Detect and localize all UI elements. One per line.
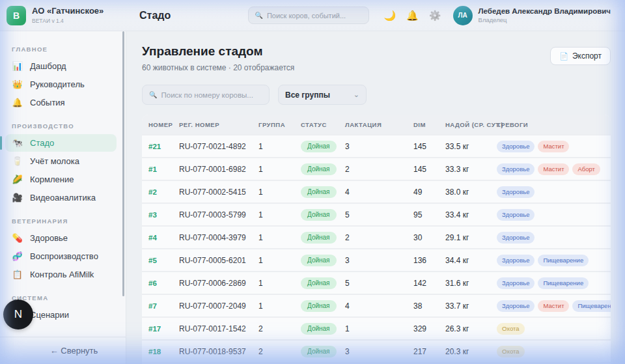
cow-reg-number: RU-077-0002-5415 [179,188,258,197]
sidebar-item-events[interactable]: 🔔 События [0,94,126,111]
col-group: ГРУППА [258,121,301,128]
sidebar-item-label: Здоровье [30,233,68,243]
alert-badges: Охота [497,346,611,357]
cow-yield: 33.5 кг [445,142,497,151]
sidebar-item-afimilk[interactable]: 📋 Контроль AfiMilk [0,266,126,283]
global-search-input[interactable] [267,12,363,20]
table-row[interactable]: #2 RU-077-0002-5415 1 Дойная 4 49 38.0 к… [142,180,611,203]
col-dim: DIM [413,121,445,128]
table-row[interactable]: #1 RU-077-0001-6982 1 Дойная 2 145 33.3 … [142,157,611,180]
user-role: Владелец [479,16,611,23]
brand-logo: В [7,6,26,25]
sidebar-item-label: Стадо [30,138,54,148]
cow-group: 1 [258,210,301,219]
sidebar-scrollbar[interactable] [122,31,124,296]
gear-icon[interactable]: ⚙️ [429,10,441,20]
chevron-down-icon: ⌄ [354,91,359,99]
sidebar-item-manager[interactable]: 👑 Руководитель [0,76,126,93]
status-badge: Дойная [301,346,337,357]
status-badge: Дойная [301,186,337,198]
cow-search-input[interactable] [161,91,262,99]
collapse-sidebar-button[interactable]: ← Свернуть [0,337,126,364]
sidebar-item-herd[interactable]: 🐄 Стадо [5,134,117,152]
sidebar-item-video[interactable]: 🎥 Видеоаналитика [0,189,126,206]
app-version: ВЕТАИ v 1.4 [32,18,104,24]
company-name: АО «Гатчинское» [32,7,104,16]
cow-reg-number: RU-077-0001-6982 [179,165,258,174]
cow-reg-number: RU-077-0021-4892 [179,142,258,151]
cow-number-link[interactable]: #4 [148,234,179,242]
cow-dim: 136 [413,256,445,265]
table-row[interactable]: #7 RU-077-0007-2049 1 Дойная 4 38 33.7 к… [142,294,611,316]
cow-number-link[interactable]: #3 [148,211,179,219]
sidebar-item-label: Руководитель [30,79,85,89]
alert-badge: Здоровье [497,232,535,244]
avatar[interactable]: ЛА [453,6,473,25]
moon-icon[interactable]: 🌙 [383,10,396,20]
cow-yield: 33.4 кг [445,210,497,219]
table-row[interactable]: #4 RU-077-0004-3979 1 Дойная 2 30 29.1 к… [142,225,611,248]
cow-lactation: 3 [345,256,413,265]
user-menu[interactable]: ЛА Лебедев Александр Владимирович Владел… [453,6,625,25]
table-row[interactable]: #5 RU-077-0005-6201 1 Дойная 3 136 34.4 … [142,248,611,271]
sidebar-item-dashboard[interactable]: 📊 Дашборд [0,57,126,75]
table-row[interactable]: #6 RU-077-0006-2869 1 Дойная 5 142 31.6 … [142,271,611,294]
table-row[interactable]: #3 RU-077-0003-5799 1 Дойная 5 95 33.4 к… [142,203,611,225]
dna-icon: 🧬 [12,251,23,261]
cow-lactation: 2 [345,165,413,174]
cow-reg-number: RU-077-0003-5799 [179,210,258,219]
cow-search[interactable]: 🔍 [142,85,270,105]
cow-number-link[interactable]: #18 [148,348,179,356]
pill-icon: 💊 [12,233,23,243]
col-status: СТАТУС [301,121,345,128]
camera-icon: 🎥 [12,193,23,203]
alert-badge: Пищеварение [538,255,589,266]
table-row[interactable]: #18 RU-077-0018-9537 2 Дойная 3 217 20.3… [142,339,611,362]
cow-group: 1 [258,279,301,288]
cow-number-link[interactable]: #1 [148,165,179,173]
cow-reg-number: RU-077-0007-2049 [179,301,258,311]
group-filter-select[interactable]: Все группы ⌄ [278,85,367,105]
cow-group: 1 [258,256,301,265]
corn-icon: 🌽 [12,175,23,184]
global-search[interactable]: 🔍 [248,7,369,24]
alert-badges: ЗдоровьеМаститПищеварение [497,300,611,312]
col-yield: НАДОЙ (СР. СУТ.) [445,121,497,128]
herd-table-header: НОМЕР РЕГ. НОМЕР ГРУППА СТАТУС ЛАКТАЦИЯ … [142,115,611,134]
cow-group: 2 [258,324,301,333]
status-badge: Дойная [301,277,337,289]
brand: В АО «Гатчинское» ВЕТАИ v 1.4 [0,6,126,25]
cow-number-link[interactable]: #21 [148,143,179,150]
cow-number-link[interactable]: #17 [148,325,179,333]
table-row[interactable]: #17 RU-077-0017-1542 2 Дойная 1 329 26.3… [142,316,611,339]
table-row[interactable]: #21 RU-077-0021-4892 1 Дойная 3 145 33.5… [142,134,611,157]
cow-yield: 26.3 кг [445,324,497,333]
sidebar-item-milk[interactable]: 🥛 Учёт молока [0,152,126,170]
sidebar-item-label: Контроль AfiMilk [30,270,94,279]
alert-badges: ЗдоровьеПищеварение [497,277,611,289]
sidebar-item-health[interactable]: 💊 Здоровье [0,229,126,247]
status-badge: Дойная [301,323,337,335]
main-content: Управление стадом 60 животных в системе … [126,31,625,364]
sidebar-item-feeding[interactable]: 🌽 Кормление [0,171,126,188]
alert-badge: Здоровье [497,163,535,175]
section-title-main: ГЛАВНОЕ [0,43,126,57]
document-icon: 📄 [559,52,568,61]
export-button[interactable]: 📄 Экспорт [550,47,611,65]
cow-number-link[interactable]: #5 [148,257,179,264]
floating-n-button[interactable]: N [3,300,33,329]
cow-dim: 145 [413,142,445,151]
page-title: Стадо [139,10,171,21]
herd-table: НОМЕР РЕГ. НОМЕР ГРУППА СТАТУС ЛАКТАЦИЯ … [142,115,611,364]
cow-number-link[interactable]: #6 [148,279,179,287]
status-badge: Дойная [301,255,337,266]
crown-icon: 👑 [12,79,23,89]
sidebar-item-reproduction[interactable]: 🧬 Воспроизводство [0,247,126,265]
status-badge: Дойная [301,300,337,312]
cow-group: 1 [258,233,301,242]
cow-dim: 30 [413,233,445,242]
bell-icon[interactable]: 🔔 [406,10,419,20]
cow-number-link[interactable]: #7 [148,302,179,310]
cow-yield: 31.6 кг [445,279,497,288]
cow-number-link[interactable]: #2 [148,188,179,196]
